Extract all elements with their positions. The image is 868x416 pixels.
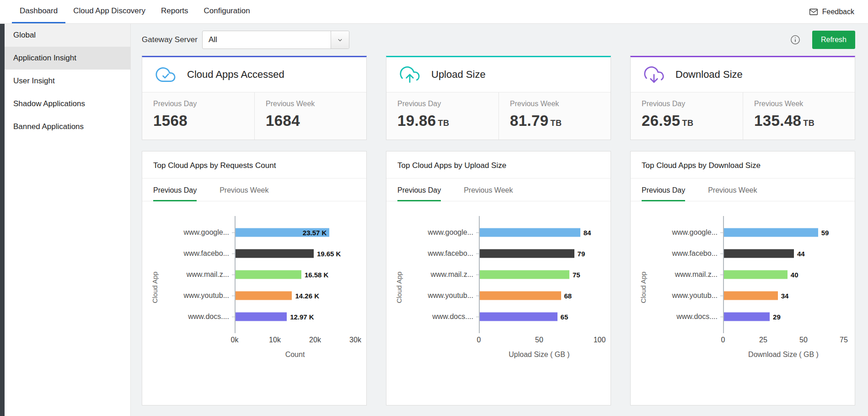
tab-previous-week[interactable]: Previous Week bbox=[464, 186, 513, 201]
bar[interactable] bbox=[723, 228, 818, 237]
bar[interactable] bbox=[479, 313, 557, 321]
bar[interactable] bbox=[235, 313, 287, 321]
bar[interactable] bbox=[723, 292, 778, 300]
summary-card-title: Download Size bbox=[675, 69, 743, 81]
gateway-server-value: All bbox=[203, 35, 331, 44]
bar-track: 44 bbox=[723, 243, 844, 264]
bar-track: 68 bbox=[479, 285, 600, 306]
stat-label: Previous Week bbox=[266, 100, 355, 108]
y-axis-line bbox=[723, 216, 724, 333]
bar-track: 79 bbox=[479, 243, 600, 264]
tab-reports[interactable]: Reports bbox=[153, 0, 196, 23]
category-label: www.google... bbox=[406, 228, 479, 237]
category-label: www.google... bbox=[650, 228, 723, 237]
bar-row: www.facebo...44 bbox=[650, 243, 844, 264]
category-label: www.docs.... bbox=[161, 313, 235, 321]
bar-track: 34 bbox=[723, 285, 844, 306]
sidebar-item-banned-applications[interactable]: Banned Applications bbox=[5, 115, 130, 138]
chart-card-upload-size: Top Cloud Apps by Upload Size Previous D… bbox=[386, 151, 611, 405]
category-label: www.facebo... bbox=[650, 249, 723, 258]
bar-row: www.mail.z...16.58 K bbox=[161, 264, 355, 285]
sidebar-item-shadow-applications[interactable]: Shadow Applications bbox=[5, 92, 130, 115]
summary-cards-row: Cloud Apps Accessed Previous Day 1568 Pr… bbox=[142, 56, 855, 140]
bar-track: 65 bbox=[479, 306, 600, 327]
category-label: www.youtub... bbox=[161, 292, 235, 300]
bar-value-label: 44 bbox=[797, 250, 805, 258]
sidebar-item-global[interactable]: Global bbox=[5, 24, 130, 47]
chart-tabs: Previous Day Previous Week bbox=[631, 178, 855, 201]
bar[interactable] bbox=[479, 228, 580, 237]
previous-week-stat: Previous Week 1684 bbox=[254, 92, 366, 140]
bar[interactable] bbox=[479, 270, 569, 279]
x-axis-ticks: 0255075 bbox=[723, 336, 844, 347]
x-tick-label: 0 bbox=[477, 336, 481, 344]
chart-title: Top Cloud Apps by Requests Count bbox=[142, 151, 366, 178]
tab-cloud-app-discovery[interactable]: Cloud App Discovery bbox=[65, 0, 153, 23]
stat-value: 1684 bbox=[266, 112, 355, 130]
bar-track: 23.57 K bbox=[235, 222, 355, 243]
bar-row: www.docs....29 bbox=[650, 306, 844, 327]
sidebar-item-user-insight[interactable]: User Insight bbox=[5, 70, 130, 92]
category-label: www.facebo... bbox=[406, 249, 479, 258]
bar-value-label: 65 bbox=[561, 313, 568, 321]
bar-value-label: 40 bbox=[791, 271, 798, 279]
tab-previous-day[interactable]: Previous Day bbox=[153, 186, 197, 201]
x-tick-label: 25 bbox=[759, 336, 767, 344]
main-nav: Dashboard Cloud App Discovery Reports Co… bbox=[12, 0, 258, 23]
bar[interactable] bbox=[235, 270, 301, 279]
bar[interactable] bbox=[235, 249, 314, 258]
x-tick-label: 20k bbox=[309, 336, 321, 344]
bar-track: 12.97 K bbox=[235, 306, 355, 327]
tab-previous-day[interactable]: Previous Day bbox=[397, 186, 441, 201]
tab-previous-day[interactable]: Previous Day bbox=[642, 186, 685, 201]
bar-value-label: 68 bbox=[564, 292, 572, 300]
chevron-down-icon bbox=[331, 31, 349, 49]
gateway-server-select[interactable]: All bbox=[202, 31, 349, 49]
cloud-upload-icon bbox=[397, 65, 422, 85]
info-icon[interactable] bbox=[790, 35, 800, 45]
bar-row: www.google...23.57 K bbox=[161, 222, 355, 243]
y-axis-label: Cloud App bbox=[148, 216, 161, 359]
stat-value: 1568 bbox=[153, 112, 243, 130]
bar-value-label: 59 bbox=[821, 229, 829, 237]
summary-card-download-size: Download Size Previous Day 26.95TB Previ… bbox=[630, 56, 855, 140]
bar[interactable] bbox=[723, 313, 770, 321]
x-axis-ticks: 050100 bbox=[479, 336, 600, 347]
bar[interactable] bbox=[723, 249, 794, 258]
category-label: www.mail.z... bbox=[161, 270, 235, 279]
bar-row: www.youtub...34 bbox=[650, 285, 844, 306]
bar-row: www.facebo...19.65 K bbox=[161, 243, 355, 264]
x-tick-label: 0k bbox=[231, 336, 239, 344]
bar[interactable] bbox=[235, 292, 292, 300]
bar-row: www.youtub...14.26 K bbox=[161, 285, 355, 306]
refresh-button[interactable]: Refresh bbox=[812, 31, 855, 49]
feedback-button[interactable]: Feedback bbox=[809, 0, 854, 23]
x-tick-label: 50 bbox=[535, 336, 543, 344]
cloud-check-icon bbox=[153, 65, 178, 85]
bar[interactable] bbox=[479, 249, 574, 258]
bar-value-label: 12.97 K bbox=[290, 313, 314, 321]
bar-row: www.mail.z...75 bbox=[406, 264, 600, 285]
bar-value-label: 75 bbox=[573, 271, 580, 279]
bar-track: 75 bbox=[479, 264, 600, 285]
tab-previous-week[interactable]: Previous Week bbox=[220, 186, 268, 201]
toolbar: Gateway Server All Refresh bbox=[131, 24, 868, 55]
tab-configuration[interactable]: Configuration bbox=[196, 0, 258, 23]
bar-value-label: 14.26 K bbox=[295, 292, 319, 300]
tab-previous-week[interactable]: Previous Week bbox=[708, 186, 757, 201]
summary-card-cloud-apps-accessed: Cloud Apps Accessed Previous Day 1568 Pr… bbox=[142, 56, 367, 140]
bar[interactable] bbox=[723, 270, 788, 279]
category-label: www.mail.z... bbox=[406, 270, 479, 279]
stat-label: Previous Day bbox=[153, 100, 243, 108]
category-label: www.google... bbox=[161, 228, 235, 237]
x-axis-label: Download Size ( GB ) bbox=[723, 347, 844, 359]
tab-dashboard[interactable]: Dashboard bbox=[12, 0, 65, 23]
bar-value-label: 29 bbox=[773, 313, 781, 321]
bar[interactable] bbox=[479, 292, 561, 300]
cloud-download-icon bbox=[642, 65, 666, 85]
stat-value: 26.95TB bbox=[642, 112, 732, 130]
stat-label: Previous Week bbox=[510, 100, 600, 108]
bar-value-label: 34 bbox=[781, 292, 789, 300]
sidebar-item-application-insight[interactable]: Application Insight bbox=[5, 47, 130, 70]
bar-track: 84 bbox=[479, 222, 600, 243]
